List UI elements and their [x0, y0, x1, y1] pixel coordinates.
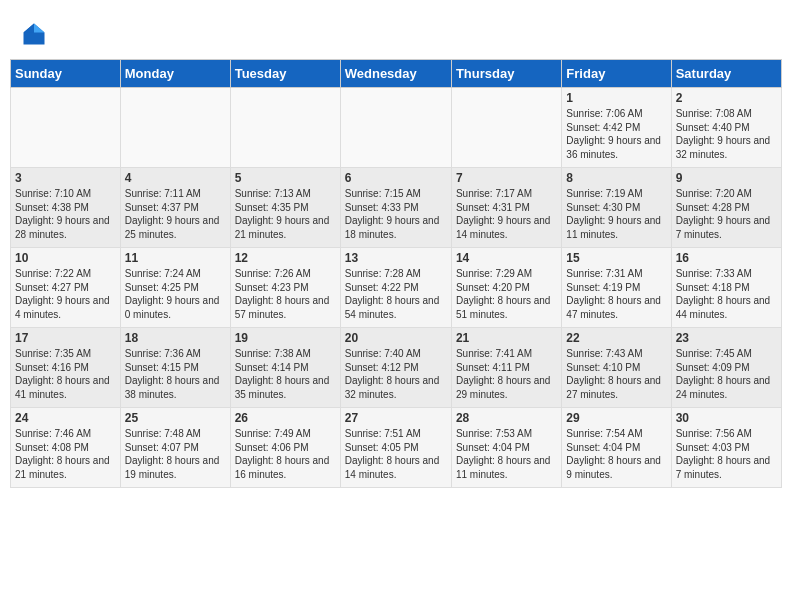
day-info: Sunrise: 7:08 AM Sunset: 4:40 PM Dayligh…	[676, 107, 777, 161]
day-number: 13	[345, 251, 447, 265]
calendar-week-1: 1Sunrise: 7:06 AM Sunset: 4:42 PM Daylig…	[11, 88, 782, 168]
day-info: Sunrise: 7:53 AM Sunset: 4:04 PM Dayligh…	[456, 427, 557, 481]
calendar-cell: 4Sunrise: 7:11 AM Sunset: 4:37 PM Daylig…	[120, 168, 230, 248]
day-number: 16	[676, 251, 777, 265]
day-number: 4	[125, 171, 226, 185]
day-number: 8	[566, 171, 666, 185]
day-info: Sunrise: 7:17 AM Sunset: 4:31 PM Dayligh…	[456, 187, 557, 241]
day-info: Sunrise: 7:33 AM Sunset: 4:18 PM Dayligh…	[676, 267, 777, 321]
calendar-cell: 27Sunrise: 7:51 AM Sunset: 4:05 PM Dayli…	[340, 408, 451, 488]
day-number: 28	[456, 411, 557, 425]
calendar-cell	[340, 88, 451, 168]
day-info: Sunrise: 7:48 AM Sunset: 4:07 PM Dayligh…	[125, 427, 226, 481]
calendar-cell: 25Sunrise: 7:48 AM Sunset: 4:07 PM Dayli…	[120, 408, 230, 488]
day-info: Sunrise: 7:11 AM Sunset: 4:37 PM Dayligh…	[125, 187, 226, 241]
calendar-cell: 11Sunrise: 7:24 AM Sunset: 4:25 PM Dayli…	[120, 248, 230, 328]
calendar-cell	[120, 88, 230, 168]
calendar-cell: 1Sunrise: 7:06 AM Sunset: 4:42 PM Daylig…	[562, 88, 671, 168]
logo	[20, 20, 52, 48]
day-info: Sunrise: 7:19 AM Sunset: 4:30 PM Dayligh…	[566, 187, 666, 241]
svg-marker-1	[34, 24, 45, 33]
calendar-cell: 16Sunrise: 7:33 AM Sunset: 4:18 PM Dayli…	[671, 248, 781, 328]
page-header	[10, 10, 782, 53]
day-number: 29	[566, 411, 666, 425]
day-info: Sunrise: 7:36 AM Sunset: 4:15 PM Dayligh…	[125, 347, 226, 401]
day-number: 9	[676, 171, 777, 185]
calendar-week-5: 24Sunrise: 7:46 AM Sunset: 4:08 PM Dayli…	[11, 408, 782, 488]
day-number: 19	[235, 331, 336, 345]
day-number: 2	[676, 91, 777, 105]
calendar-cell: 19Sunrise: 7:38 AM Sunset: 4:14 PM Dayli…	[230, 328, 340, 408]
day-info: Sunrise: 7:26 AM Sunset: 4:23 PM Dayligh…	[235, 267, 336, 321]
day-info: Sunrise: 7:06 AM Sunset: 4:42 PM Dayligh…	[566, 107, 666, 161]
day-info: Sunrise: 7:49 AM Sunset: 4:06 PM Dayligh…	[235, 427, 336, 481]
day-info: Sunrise: 7:13 AM Sunset: 4:35 PM Dayligh…	[235, 187, 336, 241]
calendar-cell: 8Sunrise: 7:19 AM Sunset: 4:30 PM Daylig…	[562, 168, 671, 248]
day-number: 12	[235, 251, 336, 265]
day-info: Sunrise: 7:28 AM Sunset: 4:22 PM Dayligh…	[345, 267, 447, 321]
day-number: 3	[15, 171, 116, 185]
day-info: Sunrise: 7:41 AM Sunset: 4:11 PM Dayligh…	[456, 347, 557, 401]
weekday-row: SundayMondayTuesdayWednesdayThursdayFrid…	[11, 60, 782, 88]
calendar-cell: 7Sunrise: 7:17 AM Sunset: 4:31 PM Daylig…	[451, 168, 561, 248]
svg-marker-2	[24, 24, 35, 33]
day-number: 5	[235, 171, 336, 185]
calendar-cell: 30Sunrise: 7:56 AM Sunset: 4:03 PM Dayli…	[671, 408, 781, 488]
calendar-cell: 13Sunrise: 7:28 AM Sunset: 4:22 PM Dayli…	[340, 248, 451, 328]
day-info: Sunrise: 7:43 AM Sunset: 4:10 PM Dayligh…	[566, 347, 666, 401]
weekday-header-wednesday: Wednesday	[340, 60, 451, 88]
calendar-week-2: 3Sunrise: 7:10 AM Sunset: 4:38 PM Daylig…	[11, 168, 782, 248]
calendar-cell: 15Sunrise: 7:31 AM Sunset: 4:19 PM Dayli…	[562, 248, 671, 328]
calendar-cell: 20Sunrise: 7:40 AM Sunset: 4:12 PM Dayli…	[340, 328, 451, 408]
day-number: 23	[676, 331, 777, 345]
calendar-cell: 24Sunrise: 7:46 AM Sunset: 4:08 PM Dayli…	[11, 408, 121, 488]
day-number: 1	[566, 91, 666, 105]
day-number: 15	[566, 251, 666, 265]
day-info: Sunrise: 7:29 AM Sunset: 4:20 PM Dayligh…	[456, 267, 557, 321]
weekday-header-thursday: Thursday	[451, 60, 561, 88]
day-info: Sunrise: 7:15 AM Sunset: 4:33 PM Dayligh…	[345, 187, 447, 241]
day-info: Sunrise: 7:51 AM Sunset: 4:05 PM Dayligh…	[345, 427, 447, 481]
calendar-cell: 26Sunrise: 7:49 AM Sunset: 4:06 PM Dayli…	[230, 408, 340, 488]
weekday-header-friday: Friday	[562, 60, 671, 88]
day-info: Sunrise: 7:20 AM Sunset: 4:28 PM Dayligh…	[676, 187, 777, 241]
calendar-cell: 21Sunrise: 7:41 AM Sunset: 4:11 PM Dayli…	[451, 328, 561, 408]
calendar-cell	[11, 88, 121, 168]
day-number: 25	[125, 411, 226, 425]
calendar-cell: 14Sunrise: 7:29 AM Sunset: 4:20 PM Dayli…	[451, 248, 561, 328]
calendar-cell: 17Sunrise: 7:35 AM Sunset: 4:16 PM Dayli…	[11, 328, 121, 408]
calendar-table: SundayMondayTuesdayWednesdayThursdayFrid…	[10, 59, 782, 488]
day-number: 6	[345, 171, 447, 185]
calendar-cell: 12Sunrise: 7:26 AM Sunset: 4:23 PM Dayli…	[230, 248, 340, 328]
day-number: 30	[676, 411, 777, 425]
calendar-cell: 2Sunrise: 7:08 AM Sunset: 4:40 PM Daylig…	[671, 88, 781, 168]
day-info: Sunrise: 7:24 AM Sunset: 4:25 PM Dayligh…	[125, 267, 226, 321]
day-number: 14	[456, 251, 557, 265]
weekday-header-tuesday: Tuesday	[230, 60, 340, 88]
calendar-week-4: 17Sunrise: 7:35 AM Sunset: 4:16 PM Dayli…	[11, 328, 782, 408]
calendar-week-3: 10Sunrise: 7:22 AM Sunset: 4:27 PM Dayli…	[11, 248, 782, 328]
calendar-cell: 22Sunrise: 7:43 AM Sunset: 4:10 PM Dayli…	[562, 328, 671, 408]
day-number: 21	[456, 331, 557, 345]
day-info: Sunrise: 7:31 AM Sunset: 4:19 PM Dayligh…	[566, 267, 666, 321]
day-info: Sunrise: 7:40 AM Sunset: 4:12 PM Dayligh…	[345, 347, 447, 401]
day-number: 26	[235, 411, 336, 425]
calendar-cell: 5Sunrise: 7:13 AM Sunset: 4:35 PM Daylig…	[230, 168, 340, 248]
calendar-cell: 6Sunrise: 7:15 AM Sunset: 4:33 PM Daylig…	[340, 168, 451, 248]
day-info: Sunrise: 7:35 AM Sunset: 4:16 PM Dayligh…	[15, 347, 116, 401]
weekday-header-monday: Monday	[120, 60, 230, 88]
calendar-cell: 3Sunrise: 7:10 AM Sunset: 4:38 PM Daylig…	[11, 168, 121, 248]
day-info: Sunrise: 7:22 AM Sunset: 4:27 PM Dayligh…	[15, 267, 116, 321]
calendar-cell: 9Sunrise: 7:20 AM Sunset: 4:28 PM Daylig…	[671, 168, 781, 248]
day-info: Sunrise: 7:38 AM Sunset: 4:14 PM Dayligh…	[235, 347, 336, 401]
calendar-cell: 23Sunrise: 7:45 AM Sunset: 4:09 PM Dayli…	[671, 328, 781, 408]
calendar-header: SundayMondayTuesdayWednesdayThursdayFrid…	[11, 60, 782, 88]
day-number: 22	[566, 331, 666, 345]
day-info: Sunrise: 7:10 AM Sunset: 4:38 PM Dayligh…	[15, 187, 116, 241]
day-number: 24	[15, 411, 116, 425]
day-number: 27	[345, 411, 447, 425]
day-info: Sunrise: 7:45 AM Sunset: 4:09 PM Dayligh…	[676, 347, 777, 401]
weekday-header-sunday: Sunday	[11, 60, 121, 88]
weekday-header-saturday: Saturday	[671, 60, 781, 88]
day-number: 20	[345, 331, 447, 345]
